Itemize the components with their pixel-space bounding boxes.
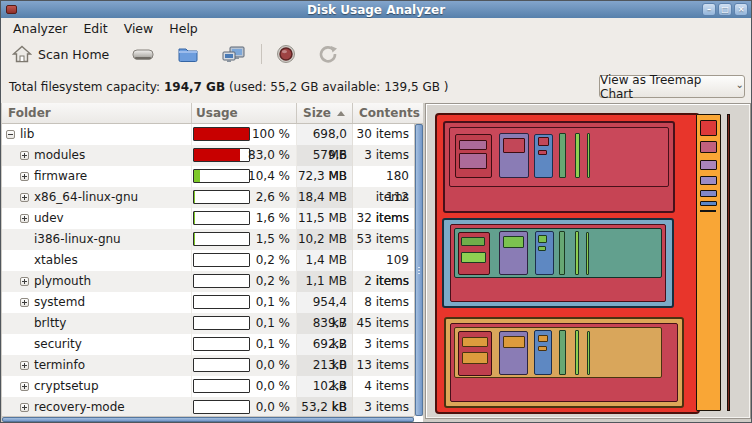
- scan-folder-button[interactable]: [172, 43, 204, 65]
- scan-filesystem-button[interactable]: [126, 43, 160, 65]
- treemap-rect-block[interactable]: [559, 133, 566, 178]
- treemap-rect-block[interactable]: [559, 231, 565, 275]
- column-header-contents[interactable]: Contents: [353, 103, 415, 123]
- treemap-rect-block[interactable]: [700, 141, 717, 153]
- plus-expander-icon[interactable]: [20, 214, 29, 223]
- plus-expander-icon[interactable]: [20, 403, 29, 412]
- treemap-rect-block[interactable]: [462, 352, 488, 364]
- vertical-scrollbar-thumb[interactable]: [415, 124, 423, 416]
- usage-cell: 1,6 %: [192, 208, 297, 229]
- treemap-rect-block[interactable]: [587, 331, 590, 375]
- folder-cell: lib: [2, 124, 192, 145]
- treemap-rect-block[interactable]: [503, 336, 525, 348]
- treemap-rect-block[interactable]: [575, 330, 579, 375]
- table-row[interactable]: brltty0,1 %839,7 kB45 items: [2, 313, 414, 334]
- plus-expander-icon[interactable]: [20, 382, 29, 391]
- treemap-rect-block[interactable]: [587, 133, 590, 178]
- treemap-rect-side-line[interactable]: [727, 114, 730, 411]
- plus-expander-icon[interactable]: [20, 277, 29, 286]
- treemap-rect-block[interactable]: [461, 237, 485, 246]
- folder-name: modules: [34, 145, 85, 166]
- treemap-rect-block[interactable]: [538, 235, 547, 243]
- treemap-rect-block[interactable]: [503, 236, 524, 248]
- menu-analyzer[interactable]: Analyzer: [5, 19, 75, 38]
- treemap-rect-block[interactable]: [459, 140, 487, 150]
- table-row[interactable]: cryptsetup0,0 %102,4 kB4 items: [2, 376, 414, 397]
- table-row[interactable]: terminfo0,0 %213,0 kB13 items: [2, 355, 414, 376]
- folder-cell: brltty: [2, 313, 192, 334]
- plus-expander-icon[interactable]: [20, 298, 29, 307]
- treemap-rect-block[interactable]: [538, 335, 548, 342]
- menu-help[interactable]: Help: [161, 19, 206, 38]
- titlebar: Disk Usage Analyzer –□✕: [1, 1, 751, 18]
- menu-edit[interactable]: Edit: [75, 19, 115, 38]
- scan-remote-button[interactable]: [216, 43, 252, 66]
- folder-name: brltty: [34, 313, 66, 334]
- table-row[interactable]: recovery-mode0,0 %53,2 kB3 items: [2, 397, 414, 416]
- usage-bar: [193, 148, 250, 162]
- plus-expander-icon[interactable]: [20, 193, 29, 202]
- treemap-rect-block[interactable]: [538, 150, 547, 155]
- size-cell: 18,4 MB: [297, 187, 353, 208]
- table-row[interactable]: xtables0,2 %1,4 MB109 items: [2, 250, 414, 271]
- usage-percent: 0,0 %: [256, 376, 290, 397]
- treemap-rect-block[interactable]: [575, 231, 579, 275]
- treemap-rect-block[interactable]: [700, 190, 717, 197]
- table-row[interactable]: security0,1 %692,2 kB3 items: [2, 334, 414, 355]
- table-row[interactable]: i386-linux-gnu1,5 %10,2 MB53 items: [2, 229, 414, 250]
- plus-expander-icon[interactable]: [20, 172, 29, 181]
- treemap-rect-block[interactable]: [559, 330, 566, 375]
- treemap-rect-block[interactable]: [461, 252, 486, 263]
- column-header-size[interactable]: Size: [297, 103, 353, 123]
- folder-name: cryptsetup: [34, 376, 99, 397]
- treemap-rect-block[interactable]: [459, 153, 487, 169]
- treemap-rect-block[interactable]: [538, 137, 549, 146]
- table-row[interactable]: firmware10,4 %72,3 MB180 items: [2, 166, 414, 187]
- refresh-button[interactable]: [313, 42, 343, 66]
- treemap-rect-block[interactable]: [538, 346, 547, 351]
- contents-cell: 30 items: [353, 124, 414, 145]
- horizontal-scrollbar-thumb[interactable]: [2, 417, 414, 422]
- size-cell: 102,4 kB: [297, 376, 353, 397]
- table-row[interactable]: lib100 %698,0 MB30 items: [2, 124, 414, 145]
- table-row[interactable]: x86_64-linux-gnu2,6 %18,4 MB112 items: [2, 187, 414, 208]
- treemap-rect-block[interactable]: [586, 232, 589, 275]
- table-row[interactable]: systemd0,1 %954,4 kB8 items: [2, 292, 414, 313]
- treemap-rect-side-strip[interactable]: [696, 114, 721, 411]
- treemap-rect-block[interactable]: [538, 246, 546, 251]
- column-header-usage[interactable]: Usage: [192, 103, 297, 123]
- minus-expander-icon[interactable]: [6, 130, 15, 139]
- table-row[interactable]: modules83,0 %579,6 MB3 items: [2, 145, 414, 166]
- folder-name: plymouth: [34, 271, 91, 292]
- view-selector-dropdown[interactable]: View as Treemap Chart ⌄: [599, 75, 745, 98]
- horizontal-scrollbar[interactable]: [2, 416, 414, 422]
- usage-percent: 0,1 %: [256, 334, 290, 355]
- menu-view[interactable]: View: [116, 19, 162, 38]
- table-row[interactable]: plymouth0,2 %1,1 MB2 items: [2, 271, 414, 292]
- contents-cell: 53 items: [353, 229, 414, 250]
- treemap-rect-block[interactable]: [700, 176, 717, 185]
- size-cell: 839,7 kB: [297, 313, 353, 334]
- usage-cell: 10,4 %: [192, 166, 297, 187]
- plus-expander-icon[interactable]: [20, 151, 29, 160]
- stop-button[interactable]: [271, 42, 301, 66]
- usage-cell: 2,6 %: [192, 187, 297, 208]
- contents-cell: 112 items: [353, 187, 414, 208]
- capacity-text: Total filesystem capacity: 194,7 GB (use…: [1, 80, 448, 94]
- treemap-rect-block[interactable]: [700, 120, 717, 136]
- treemap-rect-block[interactable]: [462, 337, 488, 347]
- treemap-rect-block[interactable]: [503, 138, 525, 153]
- treemap-rect-block[interactable]: [700, 160, 717, 170]
- vertical-scrollbar[interactable]: [414, 124, 423, 416]
- folder-cell: terminfo: [2, 355, 192, 376]
- table-row[interactable]: udev1,6 %11,5 MB32 items: [2, 208, 414, 229]
- treemap-rect-block[interactable]: [575, 133, 580, 178]
- contents-cell: 4 items: [353, 376, 414, 397]
- scan-home-button[interactable]: Scan Home: [7, 43, 114, 65]
- plus-expander-icon[interactable]: [20, 361, 29, 370]
- treemap-rect-block[interactable]: [700, 201, 717, 206]
- treemap-rect-block[interactable]: [700, 210, 716, 212]
- usage-cell: 83,0 %: [192, 145, 297, 166]
- column-header-folder[interactable]: Folder: [2, 103, 192, 123]
- treemap-chart[interactable]: [426, 104, 750, 418]
